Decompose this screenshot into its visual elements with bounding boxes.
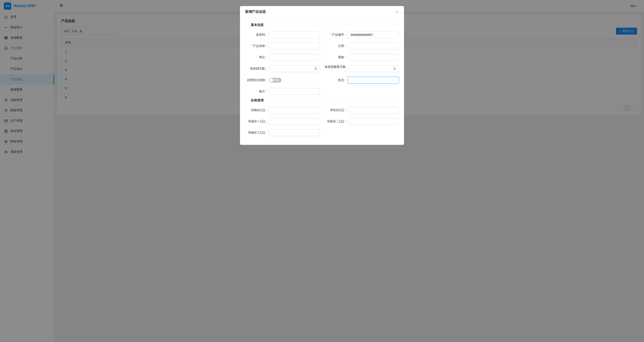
- label-shelfwarndays: 保质期预警天数 :: [324, 65, 348, 72]
- form-item-pricelevel3: 等级价三(元) :: [245, 129, 320, 136]
- label-productno: 产品编号 :: [324, 33, 348, 37]
- modal-title: 新增产品信息: [245, 10, 266, 14]
- input-shelfwarndays[interactable]: [348, 66, 391, 72]
- legend-price: 价格管理: [248, 98, 266, 102]
- form-item-spec: 规格 :: [324, 54, 399, 61]
- label-retailprice: 零售价(元) :: [324, 108, 348, 112]
- input-retailprice[interactable]: [348, 107, 399, 114]
- input-remark[interactable]: [269, 88, 320, 95]
- label-purchaseprice: 采购价(元) :: [245, 108, 269, 112]
- input-pricelevel1[interactable]: [269, 118, 320, 125]
- label-productname: 产品名称 :: [245, 44, 269, 48]
- switch-text: 禁用: [274, 78, 279, 82]
- form-item-purchaseprice: 采购价(元) :: [245, 107, 320, 114]
- form-item-pricelevel2: 等级价二(元) :: [324, 118, 399, 125]
- suffix-days: 天: [391, 67, 398, 71]
- label-shelfdays: 保质期天数 :: [245, 67, 269, 71]
- label-status: 状态 :: [324, 78, 348, 82]
- input-pricelevel3[interactable]: [269, 129, 320, 136]
- label-barcode: 条形码 :: [245, 33, 269, 37]
- select-category[interactable]: [348, 43, 399, 50]
- switch-handle: [269, 78, 273, 82]
- input-shelfwarndays-wrapper: 天: [348, 65, 399, 72]
- label-batchcontrol: 启用批次控制 :: [245, 78, 269, 82]
- input-pricelevel2[interactable]: [348, 118, 399, 125]
- legend-basic: 基本信息: [248, 23, 266, 27]
- select-status[interactable]: [348, 77, 399, 84]
- modal-header: 新增产品信息: [240, 6, 404, 18]
- suffix-days: 天: [312, 67, 320, 71]
- form-item-shelfdays: 保质期天数 : 天: [245, 65, 320, 72]
- input-purchaseprice[interactable]: [269, 107, 320, 114]
- switch-batchcontrol[interactable]: 禁用: [269, 78, 282, 83]
- input-shelfdays-wrapper: 天: [269, 65, 320, 72]
- form-item-productno: 产品编号 :: [324, 31, 399, 38]
- form-item-productname: 产品名称 :: [245, 43, 320, 50]
- form-item-batchcontrol: 启用批次控制 : 禁用: [245, 77, 320, 84]
- form-item-pricelevel1: 等级价一(元) :: [245, 118, 320, 125]
- form-item-unit: 单位 :: [245, 54, 320, 61]
- form-item-retailprice: 零售价(元) :: [324, 107, 399, 114]
- input-shelfdays[interactable]: [269, 66, 312, 72]
- form-item-status: 状态 :: [324, 77, 399, 84]
- form-item-barcode: 条形码 :: [245, 31, 320, 38]
- input-productno[interactable]: [348, 31, 399, 38]
- select-unit[interactable]: [269, 54, 320, 61]
- label-spec: 规格 :: [324, 55, 348, 59]
- add-product-modal: 新增产品信息 基本信息 条形码 : 产品编号 :: [240, 6, 404, 145]
- modal-mask[interactable]: 新增产品信息 基本信息 条形码 : 产品编号 :: [0, 0, 644, 342]
- form-item-remark: 备注 :: [245, 88, 320, 95]
- fieldset-price: 价格管理 采购价(元) : 零售价(元) : 等级价一(元) :: [245, 98, 399, 136]
- input-productname[interactable]: [269, 43, 320, 50]
- label-remark: 备注 :: [245, 89, 269, 93]
- fieldset-basic: 基本信息 条形码 : 产品编号 : 产品名称 :: [245, 23, 399, 95]
- label-unit: 单位 :: [245, 55, 269, 59]
- label-pricelevel2: 等级价二(元) :: [324, 119, 348, 123]
- form-item-shelfwarndays: 保质期预警天数 : 天: [324, 65, 399, 72]
- input-spec[interactable]: [348, 54, 399, 61]
- label-pricelevel3: 等级价三(元) :: [245, 131, 269, 135]
- form-item-category: 分类 :: [324, 43, 399, 50]
- modal-close-button[interactable]: [394, 10, 399, 14]
- label-category: 分类 :: [324, 44, 348, 48]
- label-pricelevel1: 等级价一(元) :: [245, 119, 269, 123]
- modal-body: 基本信息 条形码 : 产品编号 : 产品名称 :: [240, 18, 404, 145]
- input-barcode[interactable]: [269, 31, 320, 38]
